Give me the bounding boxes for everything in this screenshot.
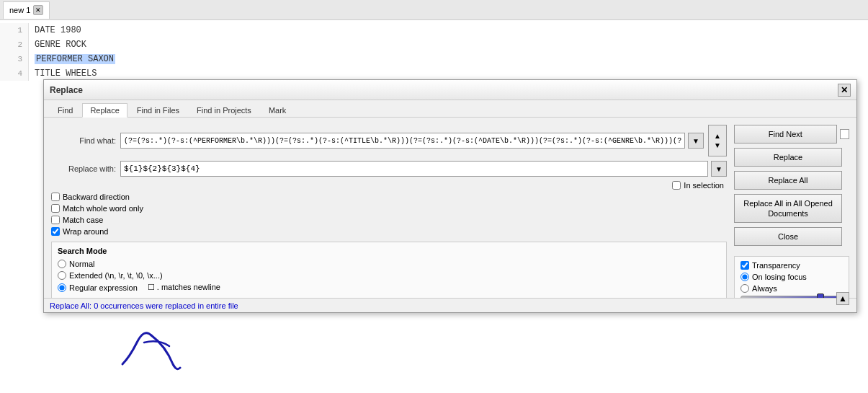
dialog-status-bar: Replace All: 0 occurrences were replaced… xyxy=(44,298,856,312)
editor-line: 2 GENRE ROCK xyxy=(0,37,868,52)
transparency-title-row: Transparency xyxy=(741,261,843,270)
transparency-label: Transparency xyxy=(752,261,800,270)
line-number: 2 xyxy=(0,37,29,52)
find-input-wrap: ▼ xyxy=(120,133,704,149)
search-mode-title: Search Mode xyxy=(58,247,720,255)
dialog-right-panel: Find Next Replace Replace All Replace Al… xyxy=(734,125,849,305)
editor-line: 3 PERFORMER SAXON xyxy=(0,52,868,66)
line-number: 1 xyxy=(0,23,29,37)
tab-label: new 1 xyxy=(9,6,30,14)
status-message: Replace All: 0 occurrences were replaced… xyxy=(50,301,238,310)
editor-content: 1 DATE 1980 2 GENRE ROCK 3 PERFORMER SAX… xyxy=(0,20,868,84)
wrap-around-row: Wrap around xyxy=(51,227,727,236)
find-what-row: Find what: ▼ ▲ ▼ xyxy=(51,125,727,156)
match-whole-word-label: Match whole word only xyxy=(63,204,143,213)
find-next-row: Find Next xyxy=(734,125,849,143)
editor-line: 1 DATE 1980 xyxy=(0,23,868,37)
dialog-tabs: Find Replace Find in Files Find in Proje… xyxy=(44,100,856,118)
tab-replace[interactable]: Replace xyxy=(82,103,127,118)
highlighted-text: PERFORMER SAXON xyxy=(35,54,115,64)
find-dropdown-button[interactable]: ▼ xyxy=(688,133,704,149)
editor-tab[interactable]: new 1 ✕ xyxy=(3,1,50,19)
regex-mode-radio[interactable] xyxy=(58,283,66,292)
swap-arrows-button[interactable]: ▲ ▼ xyxy=(708,125,727,156)
wrap-around-label: Wrap around xyxy=(63,227,108,236)
find-what-label: Find what: xyxy=(51,136,116,145)
always-label: Always xyxy=(752,284,777,293)
close-button[interactable]: Close xyxy=(734,227,842,246)
line-text: DATE 1980 xyxy=(29,25,81,35)
editor-line: 4 TITLE WHEELS xyxy=(0,66,868,81)
always-row: Always xyxy=(741,284,843,293)
line-number: 3 xyxy=(0,52,29,66)
tab-mark[interactable]: Mark xyxy=(261,103,294,117)
replace-dropdown-button[interactable]: ▼ xyxy=(711,161,727,177)
find-what-input[interactable] xyxy=(120,133,685,149)
match-case-checkbox[interactable] xyxy=(51,216,60,224)
replace-dialog: Replace ✕ Find Replace Find in Files Fin… xyxy=(43,79,857,313)
find-next-button[interactable]: Find Next xyxy=(734,125,837,143)
replace-input-wrap: ▼ xyxy=(120,161,727,177)
find-next-checkbox[interactable] xyxy=(840,129,849,139)
match-case-label: Match case xyxy=(63,216,103,224)
replace-all-opened-button[interactable]: Replace All in All Opened Documents xyxy=(734,194,842,223)
scroll-up-button[interactable]: ▲ xyxy=(836,292,849,305)
matches-newline-label: ☐ . matches newline xyxy=(148,283,220,292)
in-selection-checkbox[interactable] xyxy=(672,181,681,190)
sketch-area xyxy=(108,321,252,379)
line-number: 4 xyxy=(0,66,29,81)
dialog-left-panel: Find what: ▼ ▲ ▼ Replace with: ▼ xyxy=(51,125,727,305)
transparency-checkbox[interactable] xyxy=(741,261,749,270)
regex-mode-row: Regular expression ☐ . matches newline xyxy=(58,283,720,292)
extended-mode-label: Extended (\n, \r, \t, \0, \x...) xyxy=(69,271,163,280)
on-losing-focus-row: On losing focus xyxy=(741,273,843,281)
match-case-row: Match case xyxy=(51,216,727,224)
in-selection-row: In selection xyxy=(51,181,727,190)
backward-direction-row: Backward direction xyxy=(51,193,727,201)
tab-find[interactable]: Find xyxy=(50,103,81,117)
extended-mode-radio[interactable] xyxy=(58,271,66,280)
tab-bar: new 1 ✕ xyxy=(0,0,868,20)
line-text: GENRE ROCK xyxy=(29,40,86,50)
dialog-body: Find what: ▼ ▲ ▼ Replace with: ▼ xyxy=(44,118,856,312)
normal-mode-label: Normal xyxy=(69,260,94,268)
extended-mode-row: Extended (\n, \r, \t, \0, \x...) xyxy=(58,271,720,280)
match-whole-word-checkbox[interactable] xyxy=(51,204,60,213)
in-selection-label: In selection xyxy=(684,181,724,190)
replace-with-label: Replace with: xyxy=(51,164,116,173)
up-arrow-icon: ▲ xyxy=(714,132,721,140)
replace-all-button[interactable]: Replace All xyxy=(734,171,842,190)
wrap-around-checkbox[interactable] xyxy=(51,227,60,236)
backward-direction-checkbox[interactable] xyxy=(51,193,60,201)
match-whole-word-row: Match whole word only xyxy=(51,204,727,213)
on-losing-focus-radio[interactable] xyxy=(741,273,749,281)
search-mode-box: Search Mode Normal Extended (\n, \r, \t,… xyxy=(51,242,727,300)
replace-button[interactable]: Replace xyxy=(734,148,842,167)
backward-direction-label: Backward direction xyxy=(63,193,130,201)
normal-mode-radio[interactable] xyxy=(58,260,66,268)
normal-mode-row: Normal xyxy=(58,260,720,268)
on-losing-focus-label: On losing focus xyxy=(752,273,807,281)
tab-close-button[interactable]: ✕ xyxy=(33,5,43,15)
dialog-close-button[interactable]: ✕ xyxy=(838,84,851,97)
tab-find-in-files[interactable]: Find in Files xyxy=(129,103,187,117)
replace-with-row: Replace with: ▼ xyxy=(51,161,727,177)
tab-find-in-projects[interactable]: Find in Projects xyxy=(189,103,259,117)
line-text: TITLE WHEELS xyxy=(29,69,97,79)
line-text: PERFORMER SAXON xyxy=(29,54,115,64)
down-arrow-icon: ▼ xyxy=(714,141,721,149)
regex-mode-label: Regular expression xyxy=(69,283,138,292)
dialog-titlebar: Replace ✕ xyxy=(44,80,856,100)
replace-with-input[interactable] xyxy=(120,161,708,177)
always-radio[interactable] xyxy=(741,284,749,293)
dialog-title: Replace xyxy=(50,85,83,95)
